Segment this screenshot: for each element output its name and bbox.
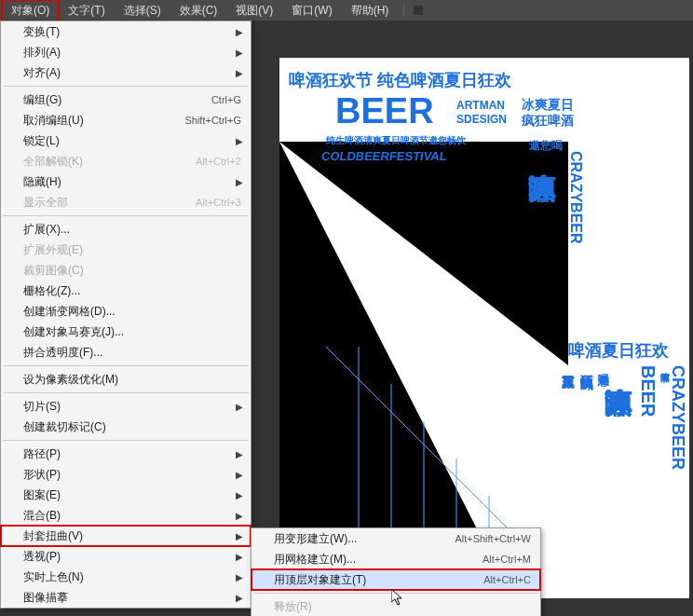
submenu-item-label: 用网格建立(M)... <box>274 552 482 568</box>
menu-item[interactable]: 锁定(L)▶ <box>1 130 251 151</box>
menu-item[interactable]: 封套扭曲(V)▶ <box>1 526 251 546</box>
svg-text:COLDBEERFESTIVAL: COLDBEERFESTIVAL <box>320 149 448 163</box>
menu-help[interactable]: 帮助(H) <box>342 0 399 21</box>
menu-item[interactable]: 图像描摹▶ <box>1 587 251 608</box>
menu-separator <box>3 440 249 441</box>
submenu-arrow-icon: ▶ <box>236 68 243 78</box>
submenu-arrow-icon: ▶ <box>236 177 243 187</box>
svg-text:啤酒狂欢节 纯色啤酒夏日狂欢: 啤酒狂欢节 纯色啤酒夏日狂欢 <box>289 71 512 89</box>
svg-text:SDESIGN: SDESIGN <box>456 113 507 126</box>
menu-item: 扩展外观(E) <box>1 240 251 260</box>
menu-item-label: 变换(T) <box>23 24 241 40</box>
menu-item-label: 路径(P) <box>23 446 241 462</box>
menu-item-label: 形状(P) <box>23 467 241 483</box>
submenu-arrow-icon: ▶ <box>236 572 243 582</box>
submenu-arrow-icon: ▶ <box>236 470 243 480</box>
svg-text:冰爽啤酒: 冰爽啤酒 <box>604 389 633 418</box>
menu-window[interactable]: 窗口(W) <box>282 0 341 21</box>
menu-item[interactable]: 栅格化(Z)... <box>1 281 251 301</box>
menu-item[interactable]: 切片(S)▶ <box>1 396 251 417</box>
menu-item[interactable]: 实时上色(N)▶ <box>1 567 251 587</box>
menu-item-label: 全部解锁(K) <box>23 154 196 170</box>
submenu-arrow-icon: ▶ <box>236 511 243 521</box>
menu-item-label: 创建对象马赛克(J)... <box>23 324 241 340</box>
menu-item-label: 裁剪图像(C) <box>23 263 241 279</box>
menu-item[interactable]: 设为像素级优化(M) <box>1 369 251 390</box>
svg-text:BEER: BEER <box>638 365 659 418</box>
menu-object[interactable]: 对象(O) <box>2 0 59 21</box>
menu-item-label: 透视(P) <box>23 549 241 565</box>
menu-item[interactable]: 创建渐变网格(D)... <box>1 301 251 322</box>
menu-separator <box>3 365 249 366</box>
menu-item-label: 创建裁切标记(C) <box>23 419 241 435</box>
menu-item-label: 隐藏(H) <box>23 174 241 190</box>
menu-item-label: 设为像素级优化(M) <box>23 372 241 388</box>
menu-item-label: 排列(A) <box>23 45 241 61</box>
menu-item-label: 对齐(A) <box>23 65 241 81</box>
svg-text:BEER: BEER <box>335 91 434 130</box>
menu-item[interactable]: 混合(B)▶ <box>1 505 251 526</box>
menu-item[interactable]: 排列(A)▶ <box>1 42 251 62</box>
menu-shortcut: Alt+Shift+Ctrl+W <box>455 533 531 544</box>
cursor-icon <box>391 589 406 611</box>
submenu-arrow-icon: ▶ <box>236 552 243 562</box>
menu-item-label: 编组(G) <box>23 92 211 108</box>
menu-item-label: 创建渐变网格(D)... <box>23 304 241 320</box>
svg-text:ARTMAN: ARTMAN <box>456 99 505 112</box>
menu-shortcut: Ctrl+G <box>211 94 241 105</box>
svg-text:啤酒夏日狂欢: 啤酒夏日狂欢 <box>568 341 670 360</box>
menu-item[interactable]: 隐藏(H)▶ <box>1 171 251 192</box>
menu-item[interactable]: 图案(E)▶ <box>1 485 251 505</box>
submenu-item[interactable]: 用顶层对象建立(T)Alt+Ctrl+C <box>251 569 540 590</box>
submenu-arrow-icon: ▶ <box>236 593 243 603</box>
menu-shortcut: Alt+Ctrl+M <box>482 554 531 565</box>
menu-item-label: 图案(E) <box>23 487 241 503</box>
submenu-item-label: 用顶层对象建立(T) <box>274 572 483 588</box>
menu-item[interactable]: 取消编组(U)Shift+Ctrl+G <box>1 110 251 130</box>
object-dropdown: 变换(T)▶排列(A)▶对齐(A)▶编组(G)Ctrl+G取消编组(U)Shif… <box>0 21 251 609</box>
svg-text:邀您喝: 邀您喝 <box>597 374 610 387</box>
menu-shortcut: Alt+Ctrl+2 <box>196 156 241 167</box>
menu-shortcut: Alt+Ctrl+C <box>483 574 531 585</box>
menu-item[interactable]: 路径(P)▶ <box>1 444 251 464</box>
menu-item-label: 图像描摹 <box>23 590 241 606</box>
menu-item: 全部解锁(K)Alt+Ctrl+2 <box>1 151 251 171</box>
menu-item[interactable]: 透视(P)▶ <box>1 546 251 567</box>
submenu-item[interactable]: 用变形建立(W)...Alt+Shift+Ctrl+W <box>251 528 540 549</box>
svg-text:CRAZYBEER: CRAZYBEER <box>568 151 584 244</box>
menu-item[interactable]: 拼合透明度(F)... <box>1 342 251 363</box>
menu-item[interactable]: 扩展(X)... <box>1 219 251 240</box>
menu-item-label: 封套扭曲(V) <box>23 528 241 544</box>
svg-text:纯生啤酒清爽夏日啤酒节邀您畅饮: 纯生啤酒清爽夏日啤酒节邀您畅饮 <box>325 135 467 145</box>
menu-item[interactable]: 编组(G)Ctrl+G <box>1 89 251 110</box>
menu-item[interactable]: 创建裁切标记(C) <box>1 417 251 437</box>
menu-item-label: 扩展(X)... <box>23 222 241 238</box>
menu-item-label: 切片(S) <box>23 399 241 415</box>
submenu-arrow-icon: ▶ <box>236 136 243 146</box>
menu-select[interactable]: 选择(S) <box>115 0 170 21</box>
menu-effect[interactable]: 效果(C) <box>170 0 227 21</box>
submenu-arrow-icon: ▶ <box>236 449 243 459</box>
submenu-arrow-icon: ▶ <box>236 402 243 412</box>
menu-item[interactable]: 对齐(A)▶ <box>1 62 251 83</box>
menu-separator <box>3 392 249 393</box>
menu-text[interactable]: 文字(T) <box>59 0 114 21</box>
menu-separator <box>3 86 249 87</box>
svg-text:疯狂啤酒: 疯狂啤酒 <box>579 375 593 391</box>
menubar-extra-icon[interactable] <box>414 6 423 15</box>
menu-item[interactable]: 变换(T)▶ <box>1 21 251 42</box>
menu-item: 显示全部Alt+Ctrl+3 <box>1 192 251 212</box>
menu-item-label: 栅格化(Z)... <box>23 283 241 299</box>
menubar: 对象(O) 文字(T) 选择(S) 效果(C) 视图(V) 窗口(W) 帮助(H… <box>0 0 693 21</box>
menu-item[interactable]: 创建对象马赛克(J)... <box>1 322 251 342</box>
menu-item[interactable]: 形状(P)▶ <box>1 464 251 485</box>
menu-view[interactable]: 视图(V) <box>226 0 282 21</box>
menubar-separator <box>403 4 404 17</box>
menu-shortcut: Alt+Ctrl+3 <box>196 197 241 208</box>
svg-text:CRAZYBEER: CRAZYBEER <box>669 365 687 470</box>
menu-item-label: 实时上色(N) <box>23 569 241 585</box>
submenu-item[interactable]: 用网格建立(M)...Alt+Ctrl+M <box>251 549 540 569</box>
menu-item: 裁剪图像(C) <box>1 260 251 281</box>
submenu-item-label: 用变形建立(W)... <box>274 531 455 547</box>
menu-separator <box>3 215 249 216</box>
